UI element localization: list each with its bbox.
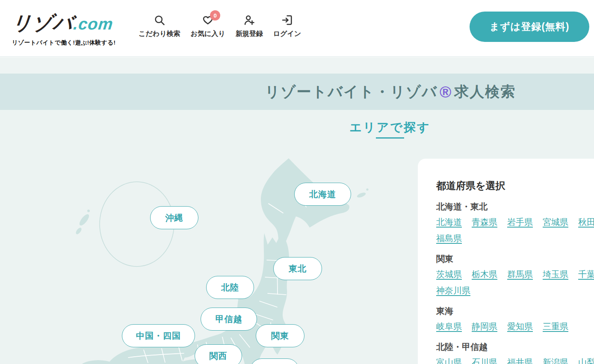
nav-item-detailed-search[interactable]: こだわり検索 — [139, 14, 180, 38]
page-title-banner: リゾートバイト・リゾバ®求人検索 — [0, 74, 594, 110]
group-name: 北海道・東北 — [436, 201, 594, 213]
prefecture-group-kanto: 関東 茨城県 栃木県 群馬県 埼玉県 千葉県 神奈川県 — [436, 253, 594, 296]
nav-label: ログイン — [273, 30, 301, 38]
prefecture-panel-title: 都道府県を選択 — [436, 179, 594, 192]
user-plus-icon — [243, 14, 256, 27]
group-name: 北陸・甲信越 — [436, 341, 594, 353]
area-search-heading[interactable]: エリアで探す — [349, 119, 430, 136]
page-title-main: リゾートバイト・リゾバ — [265, 83, 437, 100]
region-button-chugoku-shikoku[interactable]: 中国・四国 — [122, 324, 195, 347]
logo-brand-text: リゾバ — [11, 12, 75, 34]
prefecture-link-list: 北海道 青森県 岩手県 宮城県 秋田県 福島県 — [436, 216, 594, 244]
prefecture-link-list: 岐阜県 静岡県 愛知県 三重県 — [436, 321, 594, 332]
prefecture-link-list: 富山県 石川県 福井県 新潟県 山梨県 — [436, 357, 594, 364]
heart-icon: 0 — [201, 14, 214, 27]
region-button-tokai[interactable]: 東海 — [250, 358, 299, 364]
nav-label: 新規登録 — [236, 30, 263, 38]
prefecture-panel: 都道府県を選択 北海道・東北 北海道 青森県 岩手県 宮城県 秋田県 福島県 関… — [418, 159, 594, 364]
prefecture-link[interactable]: 愛知県 — [507, 321, 533, 332]
group-name: 東海 — [436, 305, 594, 317]
region-button-hokkaido[interactable]: 北海道 — [294, 183, 351, 206]
prefecture-link-list: 茨城県 栃木県 群馬県 埼玉県 千葉県 神奈川県 — [436, 269, 594, 296]
region-button-hokuriku[interactable]: 北陸 — [206, 276, 254, 299]
prefecture-link[interactable]: 福井県 — [507, 357, 533, 364]
prefecture-link[interactable]: 青森県 — [472, 216, 497, 228]
prefecture-link[interactable]: 静岡県 — [472, 321, 497, 332]
nav-label: お気に入り — [191, 30, 225, 38]
page: リゾバ.com リゾートバイトで働く!遊ぶ!体験する! こだわり検索 0 — [0, 0, 594, 364]
page-title-rest: 求人検索 — [454, 83, 516, 100]
registered-trademark-icon: ® — [440, 83, 452, 101]
site-logo[interactable]: リゾバ.com リゾートバイトで働く!遊ぶ!体験する! — [12, 10, 115, 47]
sub-band — [0, 57, 594, 74]
prefecture-link[interactable]: 茨城県 — [436, 269, 462, 280]
prefecture-link[interactable]: 福島県 — [436, 233, 462, 244]
prefecture-link[interactable]: 埼玉県 — [543, 269, 568, 280]
prefecture-link[interactable]: 群馬県 — [507, 269, 533, 280]
prefecture-group-hokuriku-koshinetsu: 北陸・甲信越 富山県 石川県 福井県 新潟県 山梨県 — [436, 341, 594, 364]
register-cta-button[interactable]: まずは登録(無料) — [470, 12, 589, 42]
prefecture-link[interactable]: 山梨県 — [578, 357, 594, 364]
prefecture-link[interactable]: 神奈川県 — [436, 285, 470, 296]
prefecture-group-tokai: 東海 岐阜県 静岡県 愛知県 三重県 — [436, 305, 594, 332]
prefecture-link[interactable]: 新潟県 — [543, 357, 568, 364]
prefecture-link[interactable]: 岩手県 — [507, 216, 533, 228]
prefecture-link[interactable]: 富山県 — [436, 357, 462, 364]
page-title: リゾートバイト・リゾバ®求人検索 — [265, 74, 516, 110]
login-icon — [281, 14, 293, 27]
prefecture-link[interactable]: 北海道 — [436, 216, 462, 228]
prefecture-link[interactable]: 秋田県 — [578, 216, 594, 228]
header-nav: こだわり検索 0 お気に入り 新規登録 — [139, 14, 301, 38]
nav-item-signup[interactable]: 新規登録 — [236, 14, 263, 38]
japan-map — [0, 152, 417, 364]
prefecture-link[interactable]: 宮城県 — [543, 216, 568, 228]
prefecture-link[interactable]: 三重県 — [543, 321, 568, 332]
logo-tagline: リゾートバイトで働く!遊ぶ!体験する! — [12, 39, 115, 47]
prefecture-link[interactable]: 千葉県 — [578, 269, 594, 280]
nav-item-login[interactable]: ログイン — [273, 14, 301, 38]
region-button-okinawa[interactable]: 沖縄 — [150, 206, 198, 229]
region-button-kansai[interactable]: 関西 — [195, 344, 242, 364]
prefecture-link[interactable]: 石川県 — [472, 357, 497, 364]
favorites-count-badge: 0 — [210, 10, 220, 21]
nav-item-favorites[interactable]: 0 お気に入り — [191, 14, 225, 38]
logo-tld-text: .com — [73, 15, 114, 33]
prefecture-link[interactable]: 栃木県 — [472, 269, 497, 280]
region-button-tohoku[interactable]: 東北 — [273, 257, 322, 280]
heading-underline — [376, 137, 404, 139]
area-search-section: エリアで探す — [0, 110, 594, 364]
region-button-kanto[interactable]: 関東 — [256, 324, 304, 347]
search-icon — [153, 14, 166, 27]
nav-label: こだわり検索 — [139, 30, 180, 38]
region-button-koshinetsu[interactable]: 甲信越 — [201, 308, 257, 331]
group-name: 関東 — [436, 253, 594, 265]
prefecture-link[interactable]: 岐阜県 — [436, 321, 462, 332]
prefecture-group-hokkaido-tohoku: 北海道・東北 北海道 青森県 岩手県 宮城県 秋田県 福島県 — [436, 201, 594, 244]
site-header: リゾバ.com リゾートバイトで働く!遊ぶ!体験する! こだわり検索 0 — [0, 0, 594, 57]
